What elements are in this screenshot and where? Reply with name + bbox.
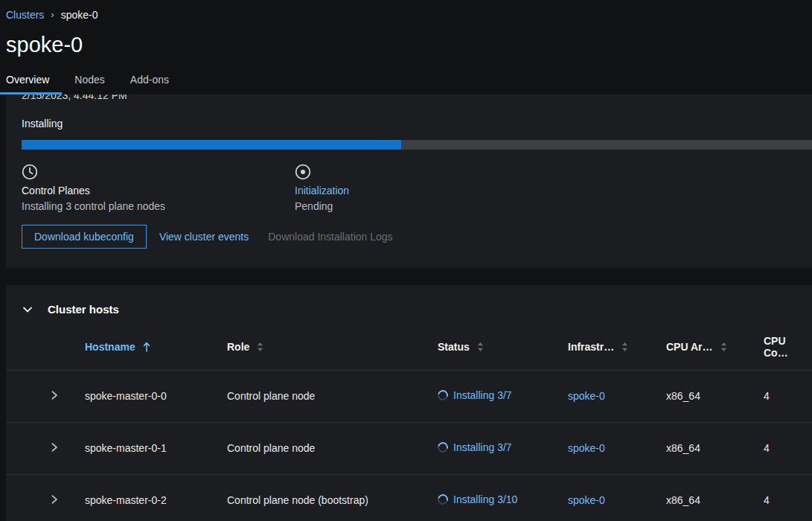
role-cell: Control plane node (227, 422, 438, 474)
hostname-cell: spoke-master-0-2 (85, 474, 227, 521)
sort-icon (257, 342, 263, 352)
view-cluster-events-link[interactable]: View cluster events (159, 231, 249, 243)
role-cell: Control plane node (bootstrap) (227, 474, 438, 521)
sort-icon (477, 342, 484, 352)
spinner-icon (435, 440, 450, 454)
tab-nodes[interactable]: Nodes (62, 68, 117, 95)
step-control-planes: Control Planes Installing 3 control plan… (22, 164, 295, 212)
column-label: Role (227, 341, 249, 353)
column-header-role[interactable]: Role (227, 341, 263, 353)
infrastructure-link[interactable]: spoke-0 (568, 442, 605, 454)
step-title: Control Planes (22, 185, 295, 196)
cpu-count-cell: 4 (764, 422, 812, 474)
page-title: spoke-0 (6, 33, 812, 57)
step-initialization: Initialization Pending (295, 164, 568, 212)
cluster-hosts-card: Cluster hosts Hostname Role Status (6, 285, 812, 521)
tab-addons[interactable]: Add-ons (118, 68, 182, 95)
progress-bar (22, 140, 812, 150)
download-installation-logs-button[interactable]: Download Installation Logs (268, 231, 392, 243)
expand-row-icon[interactable] (51, 442, 58, 453)
step-title-link[interactable]: Initialization (295, 185, 568, 196)
chevron-right-icon: › (51, 10, 54, 20)
installation-steps: Control Planes Installing 3 control plan… (22, 164, 812, 212)
cluster-hosts-table: Hostname Role Status Infrastr… CPU Ar… (6, 324, 812, 521)
cluster-hosts-title: Cluster hosts (48, 303, 119, 316)
step-subtitle: Installing 3 control plane nodes (22, 201, 295, 212)
status-cell: Installing 3/7 (438, 441, 512, 453)
progress-bar-fill (22, 140, 401, 150)
installation-timestamp: 2/15/2023, 4:44:12 PM (22, 95, 812, 101)
column-label: Status (438, 341, 470, 353)
cpu-architecture-cell: x86_64 (666, 474, 764, 521)
hostname-cell: spoke-master-0-0 (85, 370, 227, 422)
column-label: CPU Ar… (666, 341, 713, 353)
tab-bar: Overview Nodes Add-ons (0, 68, 182, 95)
expander-column-header (6, 324, 85, 370)
installation-progress-card: 2/15/2023, 4:44:12 PM Installing Control… (6, 95, 812, 268)
column-label: Hostname (85, 341, 135, 353)
status-cell: Installing 3/7 (438, 389, 512, 401)
cluster-hosts-header[interactable]: Cluster hosts (6, 303, 812, 316)
table-row: spoke-master-0-2 Control plane node (boo… (6, 474, 812, 521)
column-header-hostname[interactable]: Hostname (85, 341, 150, 353)
table-header-row: Hostname Role Status Infrastr… CPU Ar… (6, 324, 812, 370)
expand-row-icon[interactable] (51, 390, 58, 400)
hostname-cell: spoke-master-0-1 (85, 422, 227, 474)
cpu-count-cell: 4 (764, 474, 812, 521)
installation-actions: Download kubeconfig View cluster events … (22, 225, 812, 249)
sort-icon (621, 342, 628, 352)
table-row: spoke-master-0-1 Control plane node Inst… (6, 422, 812, 474)
download-kubeconfig-button[interactable]: Download kubeconfig (22, 225, 147, 249)
step-subtitle: Pending (295, 201, 568, 212)
in-progress-icon (22, 164, 38, 180)
infrastructure-link[interactable]: spoke-0 (568, 494, 605, 506)
sort-ascending-icon (143, 342, 150, 352)
pending-icon (295, 164, 311, 180)
chevron-down-icon[interactable] (22, 304, 33, 315)
tab-overview[interactable]: Overview (0, 68, 62, 95)
breadcrumb: Clusters › spoke-0 (6, 0, 812, 21)
status-cell: Installing 3/10 (438, 493, 517, 505)
column-header-cpu-architecture[interactable]: CPU Ar… (666, 341, 727, 353)
status-link[interactable]: Installing 3/7 (453, 441, 512, 453)
infrastructure-link[interactable]: spoke-0 (568, 390, 605, 402)
expand-row-icon[interactable] (51, 494, 58, 505)
status-link[interactable]: Installing 3/10 (453, 493, 517, 505)
spinner-icon (435, 493, 450, 507)
column-header-cpu-count[interactable]: CPU Co… (764, 335, 812, 359)
breadcrumb-link-clusters[interactable]: Clusters (6, 9, 44, 21)
page-header: Clusters › spoke-0 spoke-0 Overview Node… (0, 0, 812, 95)
status-link[interactable]: Installing 3/7 (453, 389, 512, 401)
spinner-icon (435, 388, 450, 402)
column-label: CPU Co… (764, 335, 812, 359)
column-label: Infrastr… (568, 341, 614, 353)
installation-status-label: Installing (22, 118, 812, 130)
sort-icon (720, 342, 727, 352)
cpu-architecture-cell: x86_64 (666, 422, 764, 474)
cpu-architecture-cell: x86_64 (666, 370, 764, 422)
column-header-infrastructure[interactable]: Infrastr… (568, 341, 628, 353)
column-header-status[interactable]: Status (438, 341, 484, 353)
breadcrumb-current-item: spoke-0 (61, 9, 98, 21)
table-row: spoke-master-0-0 Control plane node Inst… (6, 370, 812, 422)
cpu-count-cell: 4 (764, 370, 812, 422)
role-cell: Control plane node (227, 370, 438, 422)
